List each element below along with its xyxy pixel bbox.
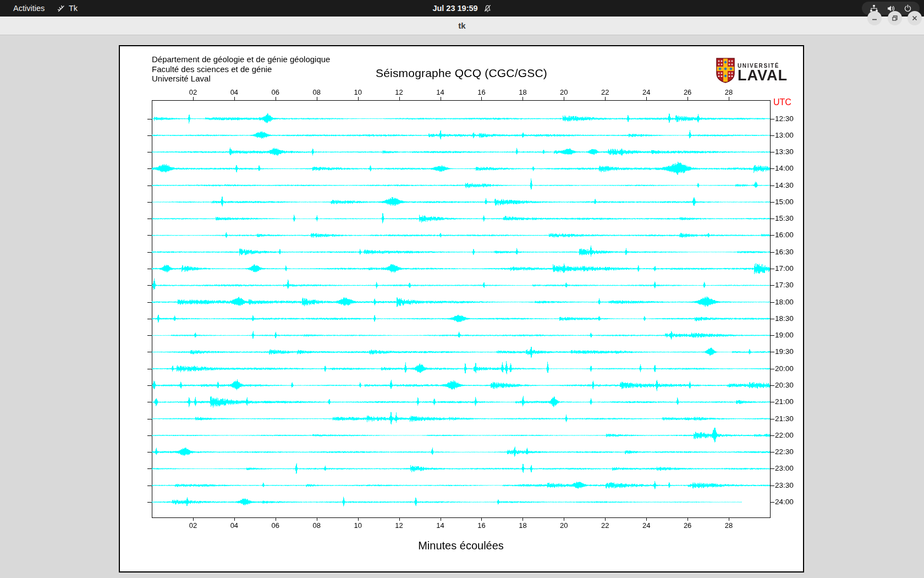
trace-time-label: 19:30 (775, 347, 794, 356)
seismograph-canvas-frame: Département de géologie et de génie géol… (119, 45, 804, 572)
close-button[interactable] (908, 11, 922, 25)
window-title: tk (0, 17, 924, 35)
x-tick-label-bottom: 06 (266, 521, 285, 530)
x-tick-label-top: 10 (348, 88, 368, 96)
x-tick-label-top: 26 (678, 88, 697, 96)
trace-time-label: 21:30 (775, 415, 794, 423)
plot-title: Séismographe QCQ (CGC/GSC) (120, 67, 803, 80)
window-titlebar[interactable]: tk (0, 17, 924, 35)
x-tick-label-bottom: 22 (595, 521, 615, 530)
x-tick-label-top: 12 (389, 88, 409, 96)
trace-time-label: 20:00 (775, 364, 794, 373)
x-tick-label-top: 04 (224, 88, 244, 96)
trace-time-label: 24:00 (775, 498, 794, 506)
x-tick-label-bottom: 18 (513, 521, 532, 530)
trace-time-label: 14:30 (775, 181, 794, 189)
x-tick-label-bottom: 16 (471, 521, 491, 530)
x-tick-label-bottom: 10 (348, 521, 368, 530)
trace-time-label: 21:00 (775, 397, 794, 406)
trace-time-label: 16:30 (775, 248, 794, 256)
x-tick-label-bottom: 24 (636, 521, 656, 530)
x-tick-label-top: 02 (183, 88, 203, 96)
x-tick-label-bottom: 20 (554, 521, 574, 530)
trace-time-label: 13:30 (775, 148, 794, 156)
x-tick-label-bottom: 28 (719, 521, 739, 530)
trace-time-label: 18:30 (775, 314, 794, 323)
restore-button[interactable] (888, 11, 902, 25)
trace-time-label: 19:00 (775, 331, 794, 339)
trace-time-label: 20:30 (775, 381, 794, 389)
x-tick-label-top: 06 (266, 88, 285, 96)
trace-time-label: 15:30 (775, 214, 794, 222)
utc-axis-label: UTC (773, 97, 791, 107)
power-icon (904, 4, 912, 13)
trace-time-label: 23:00 (775, 464, 794, 472)
trace-time-label: 12:30 (775, 114, 794, 123)
trace-time-label: 17:00 (775, 264, 794, 272)
tk-feather-icon (57, 4, 65, 13)
trace-time-label: 18:00 (775, 298, 794, 306)
x-tick-label-top: 24 (636, 88, 656, 96)
header-line-1: Département de géologie et de génie géol… (152, 54, 330, 64)
laval-shield-icon (716, 58, 735, 85)
x-tick-label-bottom: 14 (431, 521, 450, 530)
trace-time-label: 15:00 (775, 198, 794, 206)
minimize-button[interactable] (867, 11, 882, 25)
clock-menu[interactable]: Jul 23 19:59 (432, 4, 491, 13)
clock-text: Jul 23 19:59 (432, 4, 477, 13)
x-tick-label-top: 08 (307, 88, 327, 96)
x-tick-label-top: 14 (431, 88, 450, 96)
focused-app-name: Tk (69, 0, 78, 17)
x-axis-title: Minutes écoulées (152, 539, 770, 552)
activities-button[interactable]: Activities (10, 0, 48, 17)
x-tick-label-bottom: 08 (307, 521, 327, 530)
x-tick-label-top: 16 (471, 88, 491, 96)
x-tick-label-bottom: 12 (389, 521, 409, 530)
x-tick-label-top: 18 (513, 88, 532, 96)
trace-time-label: 22:30 (775, 448, 794, 456)
trace-time-label: 23:30 (775, 481, 794, 489)
x-tick-label-bottom: 02 (183, 521, 203, 530)
logo-laval-text: LAVAL (738, 69, 788, 82)
trace-time-label: 16:00 (775, 231, 794, 239)
notifications-disabled-icon (483, 4, 492, 13)
trace-time-label: 14:00 (775, 164, 794, 172)
trace-time-label: 22:00 (775, 431, 794, 439)
x-tick-label-top: 20 (554, 88, 574, 96)
x-tick-label-bottom: 04 (224, 521, 244, 530)
x-tick-label-top: 28 (719, 88, 739, 96)
universite-laval-logo: UNIVERSITÉ LAVAL (716, 58, 788, 85)
trace-time-label: 17:30 (775, 281, 794, 289)
top-bar: Activities Tk Jul 23 19:59 (0, 0, 924, 17)
trace-time-label: 13:00 (775, 131, 794, 139)
x-tick-label-bottom: 26 (678, 521, 697, 530)
focused-app-menu[interactable]: Tk (57, 0, 78, 17)
x-tick-label-top: 22 (595, 88, 615, 96)
seismogram-canvas (120, 46, 803, 571)
